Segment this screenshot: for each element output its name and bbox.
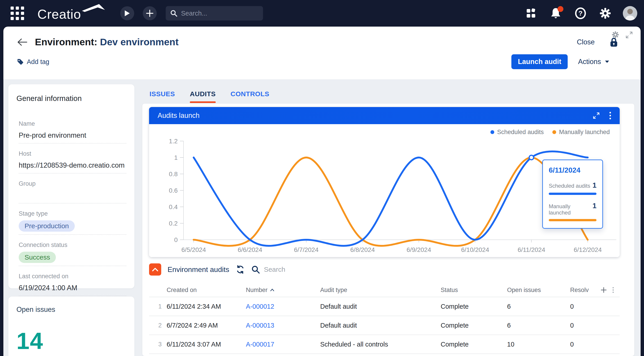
- field-host: Hosthttps://1208539-demo.creatio.com: [19, 150, 126, 173]
- chart-tooltip: 6/11/2024 Scheduled audits1Manually laun…: [542, 160, 603, 229]
- column-header-label: Status: [441, 287, 458, 294]
- tab-active-underline: [190, 101, 216, 103]
- run-process-button[interactable]: [120, 6, 134, 20]
- cell-created-on: 6/11/2024 2:34 AM: [167, 303, 246, 310]
- quick-add-button[interactable]: [143, 6, 157, 20]
- y-tick-label: 0.8: [169, 171, 178, 178]
- field-value: Pre-prod environment: [19, 130, 126, 140]
- audits-search-input[interactable]: [264, 266, 322, 273]
- chart-expand-icon[interactable]: [593, 112, 600, 119]
- general-information-fields: NamePre-prod environmentHosthttps://1208…: [14, 120, 126, 296]
- column-header-number[interactable]: Number: [246, 287, 320, 294]
- user-avatar[interactable]: [623, 6, 637, 21]
- legend-label: Manually launched: [559, 129, 610, 136]
- environment-audits-header: Environment audits: [149, 263, 634, 275]
- tab-audits[interactable]: AUDITS: [190, 87, 216, 104]
- add-column-icon[interactable]: [601, 287, 606, 293]
- column-header-label: Open issues: [507, 287, 541, 294]
- page-settings-gear-icon[interactable]: [612, 31, 619, 40]
- y-tick-label: 0.4: [169, 203, 178, 210]
- cell-number-link[interactable]: A-000017: [246, 341, 320, 348]
- tab-issues[interactable]: ISSUES: [150, 87, 175, 104]
- detail-tabs: ISSUESAUDITSCONTROLS: [142, 84, 634, 104]
- tab-controls[interactable]: CONTROLS: [230, 87, 269, 104]
- play-icon: [124, 10, 130, 17]
- tab-label: ISSUES: [150, 90, 175, 98]
- refresh-icon[interactable]: [236, 265, 244, 274]
- field-label: Name: [19, 120, 126, 127]
- column-header-resolv[interactable]: Resolv: [570, 287, 620, 294]
- field-connection-status: Connection statusSuccess: [19, 241, 126, 266]
- column-header-created-on[interactable]: Created on: [167, 287, 246, 294]
- field-name: NamePre-prod environment: [19, 120, 126, 144]
- cell-open-issues: 10: [507, 341, 570, 348]
- settings-gear-icon[interactable]: [599, 7, 612, 20]
- column-header-audit-type[interactable]: Audit type: [320, 287, 441, 294]
- app-grid-icon[interactable]: [10, 6, 25, 21]
- y-tick-label: 1.2: [169, 138, 178, 145]
- creatio-logo-text: Creatio: [38, 7, 81, 22]
- cell-number-link[interactable]: A-000013: [246, 322, 320, 329]
- table-row[interactable]: 16/11/2024 2:34 AMA-000012Default auditC…: [149, 297, 620, 316]
- global-search-input[interactable]: [181, 10, 253, 17]
- column-header-label: Created on: [167, 287, 197, 294]
- cell-resolved: 0: [570, 322, 620, 329]
- series-line-manually-launched: [194, 158, 588, 246]
- close-button[interactable]: Close: [577, 38, 595, 46]
- field-label: Connection status: [19, 241, 126, 248]
- back-arrow-icon[interactable]: [17, 38, 27, 46]
- x-tick-label: 6/8/2024: [350, 246, 375, 253]
- creatio-logo[interactable]: Creatio: [38, 3, 112, 24]
- launch-audit-button[interactable]: Launch audit: [511, 54, 568, 69]
- search-icon: [170, 10, 178, 17]
- table-row[interactable]: 36/11/2024 3:07 AMA-000017Scheduled - al…: [149, 335, 620, 354]
- general-information-title: General information: [14, 94, 126, 103]
- field-stage-type: Stage typePre-production: [19, 210, 126, 235]
- column-header-label: Audit type: [320, 287, 347, 294]
- cell-number-link[interactable]: A-000012: [246, 303, 320, 310]
- workplaces-icon[interactable]: [525, 7, 537, 20]
- tab-label: CONTROLS: [230, 90, 269, 98]
- actions-dropdown[interactable]: Actions: [578, 58, 610, 66]
- row-number: 1: [149, 303, 167, 310]
- add-tag-button[interactable]: Add tag: [17, 58, 49, 66]
- open-issues-title: Open issues: [16, 305, 126, 314]
- legend-item-scheduled-audits[interactable]: Scheduled audits: [490, 129, 544, 136]
- legend-dot: [490, 130, 494, 134]
- column-header-status[interactable]: Status: [441, 287, 507, 294]
- x-tick-label: 6/5/2024: [182, 246, 206, 253]
- x-tick-label: 6/6/2024: [238, 246, 262, 253]
- cell-created-on: 6/11/2024 3:07 AM: [167, 341, 246, 348]
- status-pill: Pre-production: [19, 220, 75, 232]
- page-header: Environment: Dev environment Close Add t…: [4, 27, 640, 69]
- chart-menu-kebab-icon[interactable]: [609, 112, 611, 120]
- expand-page-icon[interactable]: [625, 31, 633, 40]
- status-pill: Success: [19, 252, 56, 263]
- cell-open-issues: 6: [507, 322, 570, 329]
- chart-title: Audits launch: [158, 112, 200, 120]
- hover-marker: [529, 155, 534, 160]
- table-menu-kebab-icon[interactable]: [612, 287, 614, 293]
- global-search[interactable]: [166, 6, 263, 21]
- general-information-card: General information NamePre-prod environ…: [8, 84, 134, 288]
- tooltip-series-value: 1: [592, 181, 596, 189]
- field-underline: [19, 143, 126, 144]
- tooltip-date: 6/11/2024: [549, 166, 596, 174]
- field-underline: [19, 266, 126, 266]
- chart-header: Audits launch: [149, 107, 620, 124]
- collapse-section-button[interactable]: [149, 263, 161, 275]
- chevron-down-icon: [604, 60, 610, 63]
- series-line-scheduled-audits: [194, 151, 588, 246]
- field-label: Stage type: [19, 210, 126, 217]
- notifications-bell-icon[interactable]: [550, 7, 562, 20]
- table-header-row: Created onNumberAudit typeStatusOpen iss…: [149, 283, 620, 297]
- audits-launch-widget: Audits launch 00.20.40: [149, 107, 620, 257]
- table-row[interactable]: 26/7/2024 2:49 AMA-000013Default auditCo…: [149, 316, 620, 335]
- legend-label: Scheduled audits: [497, 129, 544, 136]
- legend-item-manually-launched[interactable]: Manually launched: [552, 129, 610, 136]
- column-header-open-issues[interactable]: Open issues: [507, 287, 570, 294]
- help-icon[interactable]: ?: [574, 7, 587, 20]
- cell-resolved: 0: [570, 303, 620, 310]
- chart-legend: Scheduled auditsManually launched: [490, 129, 610, 136]
- table-search-icon[interactable]: [251, 265, 260, 274]
